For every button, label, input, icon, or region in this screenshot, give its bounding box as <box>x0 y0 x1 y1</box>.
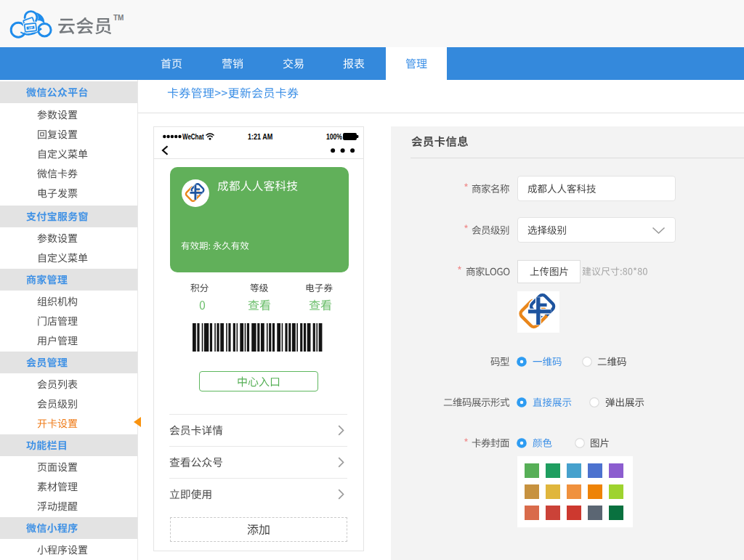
svg-text:VIP: VIP <box>28 26 33 30</box>
